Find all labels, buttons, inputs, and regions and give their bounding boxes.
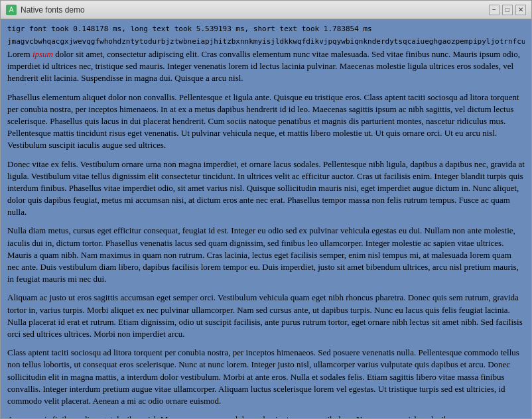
- maximize-button[interactable]: □: [502, 5, 513, 15]
- app-icon-letter: A: [9, 6, 14, 13]
- paragraph-5: Aliquam ac justo ut eros sagittis accums…: [7, 292, 525, 340]
- close-button[interactable]: ✕: [515, 5, 526, 15]
- window-title: Native fonts demo: [21, 5, 85, 15]
- paragraph-6: Class aptent taciti sociosqu ad litora t…: [7, 347, 525, 407]
- window-controls: − □ ✕: [489, 5, 526, 15]
- content-area[interactable]: tigr font took 0.148178 ms, long text to…: [1, 19, 531, 418]
- scroll-line: jmagvcbwhqacgxjwevqgfwhohdzntytodurbjztw…: [7, 37, 525, 46]
- title-bar: A Native fonts demo − □ ✕: [1, 1, 531, 19]
- highlight-ipsum: ipsum: [33, 49, 53, 59]
- perf-stats: tigr font took 0.148178 ms, long text to…: [7, 25, 525, 33]
- paragraph-7: Aenean quis finibus odio, eget dapibus n…: [7, 414, 525, 418]
- paragraph-2: Phasellus elementum aliquet dolor non co…: [7, 91, 525, 152]
- paragraph-1: Lorem ipsum dolor sit amet, consectetur …: [7, 48, 525, 85]
- minimize-button[interactable]: −: [489, 5, 499, 15]
- paragraph-4: Nulla diam metus, cursus eget efficitur …: [7, 225, 525, 285]
- app-window: A Native fonts demo − □ ✕ tigr font took…: [0, 0, 532, 419]
- app-icon: A: [6, 5, 17, 15]
- title-bar-left: A Native fonts demo: [6, 5, 85, 15]
- paragraph-3: Donec vitae ex felis. Vestibulum ornare …: [7, 158, 525, 219]
